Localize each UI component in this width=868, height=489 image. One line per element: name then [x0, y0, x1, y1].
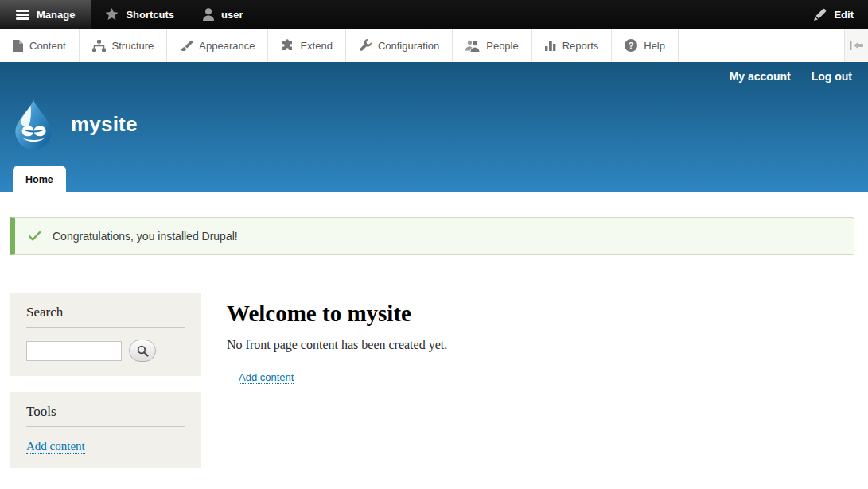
star-icon: [105, 8, 119, 21]
toolbar-label: Content: [29, 40, 66, 52]
paintbrush-icon: [180, 40, 193, 52]
people-icon: [465, 40, 480, 52]
search-submit-button[interactable]: [129, 340, 156, 362]
user-tab[interactable]: user: [189, 0, 257, 29]
admin-menu-bar: Content Structure Appearance Extend Conf…: [0, 29, 868, 62]
site-branding: mysite: [10, 99, 138, 149]
toolbar-label: People: [486, 40, 518, 52]
tab-home[interactable]: Home: [13, 166, 66, 192]
wrench-icon: [359, 39, 372, 52]
toolbar-item-appearance[interactable]: Appearance: [167, 29, 268, 62]
toolbar-label: Configuration: [378, 40, 439, 52]
toolbar-item-content[interactable]: Content: [0, 29, 80, 62]
main-content: Welcome to mysite No front page content …: [227, 293, 447, 384]
toolbar-item-reports[interactable]: Reports: [532, 29, 613, 62]
shortcuts-tab[interactable]: Shortcuts: [91, 0, 189, 29]
sidebar: Search Tools Add content: [10, 293, 201, 484]
page-title: Welcome to mysite: [227, 301, 447, 327]
collapse-left-icon: [850, 41, 863, 50]
empty-frontpage-text: No front page content has been created y…: [227, 338, 447, 352]
svg-text:?: ?: [629, 41, 634, 50]
checkmark-icon: [29, 231, 41, 241]
file-icon: [13, 40, 23, 52]
edit-label: Edit: [834, 9, 854, 21]
toolbar-label: Reports: [562, 40, 599, 52]
my-account-link[interactable]: My account: [730, 70, 791, 83]
tools-block-title: Tools: [26, 404, 185, 427]
search-form: [26, 340, 185, 362]
toolbar-label: Structure: [112, 40, 154, 52]
status-text: Congratulations, you installed Drupal!: [53, 230, 238, 243]
drupal-logo[interactable]: [10, 99, 56, 149]
toolbar-label: Extend: [300, 40, 332, 52]
search-icon: [137, 345, 149, 357]
tools-block: Tools Add content: [10, 392, 201, 468]
toolbar-item-people[interactable]: People: [453, 29, 531, 62]
sitemap-icon: [92, 40, 106, 52]
sidebar-add-content-link[interactable]: Add content: [26, 440, 85, 454]
edit-button[interactable]: Edit: [800, 0, 868, 29]
manage-label: Manage: [37, 9, 75, 21]
add-content-link[interactable]: Add content: [239, 371, 294, 384]
search-block-title: Search: [26, 305, 185, 328]
admin-toolbar: Manage Shortcuts user Edit: [0, 0, 868, 29]
pencil-icon: [814, 8, 827, 21]
toolbar-spacer: [679, 29, 844, 62]
logout-link[interactable]: Log out: [812, 70, 852, 83]
bar-chart-icon: [545, 40, 556, 51]
toolbar-item-extend[interactable]: Extend: [268, 29, 345, 62]
search-block: Search: [10, 293, 201, 376]
search-input[interactable]: [26, 341, 122, 361]
status-message: Congratulations, you installed Drupal!: [10, 217, 854, 255]
site-name[interactable]: mysite: [71, 112, 138, 137]
site-header: My account Log out mysite: [0, 62, 868, 192]
toolbar-item-configuration[interactable]: Configuration: [346, 29, 453, 62]
user-label: user: [221, 9, 243, 21]
toolbar-label: Help: [644, 40, 665, 52]
puzzle-icon: [281, 39, 294, 52]
toolbar-orientation-toggle[interactable]: [844, 29, 868, 62]
user-icon: [203, 8, 214, 21]
question-icon: ?: [625, 39, 637, 52]
menu-icon: [16, 10, 29, 20]
toolbar-item-help[interactable]: ? Help: [612, 29, 679, 62]
toolbar-label: Appearance: [199, 40, 255, 52]
manage-tab[interactable]: Manage: [0, 0, 91, 29]
content-area: Search Tools Add content Welcome to mysi…: [0, 293, 868, 484]
shortcuts-label: Shortcuts: [126, 9, 174, 21]
secondary-menu: My account Log out: [730, 70, 852, 83]
toolbar-item-structure[interactable]: Structure: [80, 29, 168, 62]
